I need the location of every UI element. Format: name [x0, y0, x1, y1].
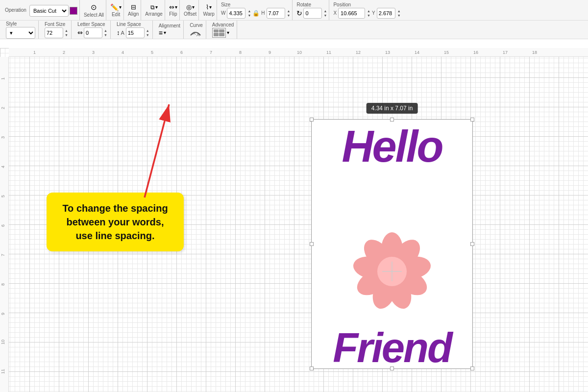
canvas-area: 1 2 3 4 5 6 7 8 9 10 11 12 13 14 15 16 1…: [0, 48, 588, 392]
arrange-label: Arrange: [145, 11, 163, 17]
position-x-input[interactable]: [338, 8, 365, 19]
font-size-spinner[interactable]: ▲▼: [65, 28, 68, 37]
line-space-spinner[interactable]: ▲▼: [146, 28, 149, 37]
advanced-group: Advanced ▾: [209, 21, 237, 39]
offset-chevron-icon[interactable]: ▾: [192, 4, 195, 10]
offset-label: Offset: [184, 11, 197, 17]
size-label: Size: [221, 2, 291, 7]
flower-container: [353, 232, 431, 313]
font-size-input[interactable]: [45, 27, 63, 38]
edit-section: ✏️ ▾ Edit: [108, 0, 124, 20]
position-x-spinner[interactable]: ▲▼: [367, 9, 370, 18]
alignment-label: Alignment: [159, 23, 180, 28]
svg-text:A: A: [196, 32, 199, 37]
select-all-icon[interactable]: ⊙: [91, 3, 97, 12]
ruler-v-svg: 1 2 3 4 5 6 7 8 9 10 11: [0, 57, 9, 392]
size-w-label: W: [221, 10, 225, 16]
svg-text:7: 7: [0, 254, 5, 256]
handle-top-mid[interactable]: [390, 118, 394, 122]
position-y-spinner[interactable]: ▲▼: [397, 9, 401, 18]
svg-text:14: 14: [415, 50, 419, 55]
size-w-spinner[interactable]: ▲▼: [247, 9, 251, 18]
curve-icon[interactable]: A A: [190, 28, 201, 37]
rotate-spinner[interactable]: ▲▼: [323, 9, 327, 18]
handle-top-right[interactable]: [470, 118, 474, 122]
alignment-chevron-icon[interactable]: ▾: [164, 30, 166, 35]
svg-text:6: 6: [0, 224, 5, 227]
svg-text:10: 10: [297, 50, 302, 55]
alignment-group: Alignment ≡ ▾: [156, 21, 184, 39]
svg-text:2: 2: [63, 50, 65, 55]
offset-icon[interactable]: ◎: [186, 3, 192, 11]
select-all-section: ⊙ Select All: [82, 0, 106, 20]
svg-text:10: 10: [0, 340, 5, 344]
position-y-input[interactable]: [377, 8, 395, 19]
ruler-h-svg: 1 2 3 4 5 6 7 8 9 10 11 12 13 14 15 16 1…: [9, 48, 588, 57]
curve-group: Curve A A: [187, 21, 206, 39]
warp-chevron-icon[interactable]: ▾: [209, 4, 212, 10]
line-space-group: Line Space ↕ A ▲▼: [114, 21, 153, 39]
style-label: Style: [6, 21, 35, 26]
position-y-label: Y: [372, 10, 375, 16]
size-tooltip: 4.34 in x 7.07 in: [367, 103, 418, 114]
warp-icon[interactable]: ⌇: [206, 3, 209, 11]
arrange-icon[interactable]: ⧉: [150, 4, 155, 11]
size-h-input[interactable]: [267, 8, 285, 19]
line-space-icon: ↕: [117, 29, 120, 36]
operation-select[interactable]: Basic Cut: [29, 5, 69, 17]
svg-text:5: 5: [151, 50, 153, 55]
letter-space-input[interactable]: [84, 27, 102, 38]
edit-chevron-icon[interactable]: ▾: [119, 4, 122, 10]
flip-icon[interactable]: ⇔: [169, 3, 174, 11]
svg-text:9: 9: [0, 313, 5, 315]
alignment-icon[interactable]: ≡: [159, 29, 163, 37]
annotation-box: To change the spacing between your words…: [47, 193, 184, 251]
handle-mid-left[interactable]: [310, 242, 314, 246]
svg-text:18: 18: [532, 50, 537, 55]
rotate-icon[interactable]: ↻: [296, 9, 302, 17]
svg-text:4: 4: [122, 50, 124, 55]
advanced-grid-icon[interactable]: [212, 28, 226, 38]
handle-mid-right[interactable]: [470, 242, 474, 246]
offset-section: ◎ ▾ Offset: [182, 0, 199, 20]
rotate-input[interactable]: [303, 8, 322, 19]
position-label: Position: [333, 2, 400, 7]
letter-space-group: Letter Space ⇔ ▲▼: [74, 21, 111, 39]
style-select[interactable]: ▾: [6, 27, 35, 39]
font-size-label: Font Size: [45, 22, 68, 27]
svg-text:A: A: [193, 31, 196, 36]
svg-text:2: 2: [0, 107, 5, 109]
handle-top-left[interactable]: [310, 118, 314, 122]
flower-svg: [353, 232, 431, 311]
annotation-text: To change the spacing between your words…: [62, 203, 168, 241]
toolbar-top: Operation Basic Cut ⊙ Select All ✏️ ▾ Ed…: [0, 0, 588, 21]
color-swatch[interactable]: [70, 7, 77, 15]
align-icon[interactable]: ⊟: [131, 3, 136, 11]
flip-chevron-icon[interactable]: ▾: [175, 4, 177, 10]
curve-label: Curve: [190, 23, 203, 28]
svg-text:16: 16: [473, 50, 478, 55]
svg-text:12: 12: [356, 50, 361, 55]
size-w-input[interactable]: [227, 8, 245, 19]
arrange-chevron-icon[interactable]: ▾: [155, 4, 158, 10]
lock-icon[interactable]: 🔒: [252, 10, 260, 17]
ruler-vertical: 1 2 3 4 5 6 7 8 9 10 11: [0, 57, 9, 392]
operation-section: Operation Basic Cut: [3, 0, 80, 20]
position-section: Position X ▲▼ Y ▲▼: [331, 0, 402, 20]
flip-section: ⇔ ▾ Flip: [167, 0, 180, 20]
friend-text: Friend: [307, 327, 477, 368]
hello-text: Hello: [312, 124, 472, 169]
svg-text:15: 15: [444, 50, 449, 55]
svg-text:6: 6: [180, 50, 183, 55]
design-card[interactable]: 4.34 in x 7.07 in Hello: [311, 119, 473, 369]
rotate-label: Rotate: [296, 2, 327, 7]
ruler-horizontal: 1 2 3 4 5 6 7 8 9 10 11 12 13 14 15 16 1…: [9, 48, 588, 57]
edit-icon[interactable]: ✏️: [110, 3, 119, 11]
letter-space-spinner[interactable]: ▲▼: [104, 28, 107, 37]
advanced-chevron-icon[interactable]: ▾: [227, 30, 229, 35]
line-space-label: Line Space: [117, 22, 149, 27]
line-space-input[interactable]: [126, 27, 145, 38]
svg-text:8: 8: [0, 283, 5, 286]
size-h-spinner[interactable]: ▲▼: [287, 9, 291, 18]
edit-label: Edit: [112, 12, 120, 17]
